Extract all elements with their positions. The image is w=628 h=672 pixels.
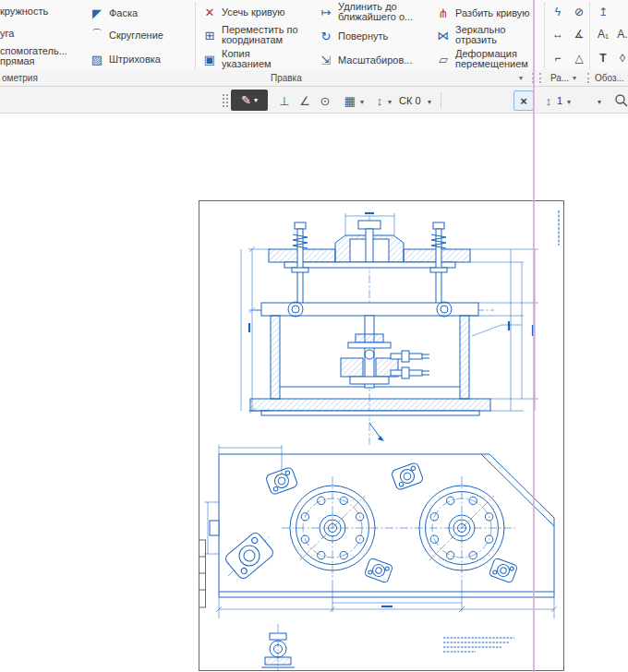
grid-toggle-icon[interactable]: ▦ [340,90,360,111]
cs-dropdown-icon[interactable]: ▾ [388,98,392,106]
front-section-view [241,213,538,445]
hatch-label: Штриховка [109,54,161,65]
auxiliary-line-label2: прямая [0,56,67,66]
cs-list-dropdown-icon[interactable]: ▾ [428,98,431,106]
fillet-icon: ⌒ [90,28,104,42]
hatch-icon: ▨ [90,52,104,66]
angle-dimension-icon[interactable]: ∡ [570,25,588,43]
linear-dimension-icon[interactable]: ↔ [549,25,567,43]
move-by-coordinates-icon: ⊞ [202,28,217,42]
group-edit-dropdown[interactable]: ▾ [519,74,523,82]
mark-icon[interactable]: ◊ [613,49,628,67]
extra-dropdown-icon[interactable]: ▾ [598,98,601,106]
layer-value[interactable]: 1 [557,95,562,106]
extend-icon: ↦ [319,5,333,19]
zoom-search-button[interactable] [611,90,628,111]
chamfer-icon: ◤ [90,6,104,20]
group-separator [539,73,541,83]
move-by-coordinates-button[interactable]: ⊞ Переместить по координатам [202,25,298,45]
snap-angle-icon[interactable]: ∠ [295,90,315,111]
deform-button[interactable]: ▱ Деформация перемещением [436,49,528,69]
layer-dropdown-icon[interactable]: ▾ [567,98,571,106]
rotate-icon: ↻ [319,29,333,43]
split-curve-icon: ⋔ [436,6,451,20]
snap-point-icon[interactable]: ⊙ [315,90,335,111]
scale-label: Масштабиров... [338,54,412,66]
sheet-frame [199,201,564,671]
radial-dimension-icon[interactable]: ⌐ [549,49,567,67]
fillet-button[interactable]: ⌒ Скругление [90,28,163,42]
deform-icon: ▱ [436,52,451,66]
pen-dropdown-icon: ▾ [254,96,258,104]
auto-dimension-icon[interactable]: ϟ [549,3,567,21]
snap-perpendicular-icon[interactable]: ⊥ [274,90,295,111]
arc-tool-button[interactable]: уга [0,28,14,39]
circle-tool-button[interactable]: кружность [0,6,48,17]
move-by-coordinates-label2: координатам [222,35,298,45]
layer-ruler-icon[interactable]: ↕ [538,90,559,111]
mirror-label2: отразить [455,35,505,45]
copy-by-indication-icon: ▣ [202,52,217,66]
arc-tool-label: уга [0,28,14,39]
extend-label2: ближайшего о... [338,12,413,22]
rotate-button[interactable]: ↻ Повернуть [319,29,388,43]
coordinate-system-value[interactable]: СК 0 [399,95,421,106]
toolbar-separator [441,92,441,108]
trim-curve-button[interactable]: ✕ Усечь кривую [202,5,284,19]
group-dimensions-label: Ра... [550,73,569,83]
group-designations-label: Обоз... [595,73,624,83]
panel-splitter[interactable] [533,0,535,672]
scale-icon: ⇲ [319,53,333,67]
split-curve-button[interactable]: ⋔ Разбить кривую [436,6,530,20]
ruler-icon[interactable]: ↕ [369,90,390,111]
toolbar-grip-handle[interactable] [222,93,228,109]
trim-curve-icon: ✕ [202,5,217,19]
mirror-icon: ⋈ [436,28,451,42]
top-view [204,445,557,618]
magnifier-icon [614,93,628,108]
group-dimensions-dropdown[interactable]: ▾ [573,74,576,82]
roughness-icon[interactable]: △ [570,49,588,67]
leader-line-icon[interactable]: ↥ [594,3,612,21]
diameter-dimension-icon[interactable]: ⊘ [570,3,588,21]
auxiliary-line-button[interactable]: спомогатель... прямая [0,46,67,66]
group-edit-label: Правка [271,73,302,83]
mirror-button[interactable]: ⋈ Зеркально отразить [436,25,505,45]
chamfer-label: Фаска [109,7,138,18]
hatch-button[interactable]: ▨ Штриховка [90,52,161,66]
text-tool-icon[interactable]: T [594,49,612,67]
copy-by-indication-label2: указанием [222,59,272,69]
snap-intersection-toggle[interactable]: × [513,90,534,111]
datum-a1-icon[interactable]: A₁ [594,25,612,43]
extend-button[interactable]: ↦ Удлинить до ближайшего о... [319,2,413,22]
copy-by-indication-button[interactable]: ▣ Копия указанием [202,49,272,69]
pen-icon: ✎ [241,93,251,107]
group-separator [587,73,589,83]
chamfer-button[interactable]: ◤ Фаска [90,6,138,20]
scale-button[interactable]: ⇲ Масштабиров... [319,53,412,67]
datum-a-icon[interactable]: A. [613,25,628,43]
technical-notes-text [443,638,514,652]
detail-view [261,624,295,670]
fillet-label: Скругление [109,30,163,41]
deform-label2: перемещением [455,59,528,69]
drawing-sheet [197,198,566,672]
trim-curve-label: Усечь кривую [222,6,284,18]
grid-dropdown-icon[interactable]: ▾ [360,98,364,106]
split-curve-label: Разбить кривую [455,7,530,18]
rotate-label: Повернуть [338,30,388,42]
group-geometry-label: ометрия [2,73,38,83]
style-tool-button[interactable]: ✎ ▾ [231,90,268,111]
circle-tool-label: кружность [0,6,48,17]
